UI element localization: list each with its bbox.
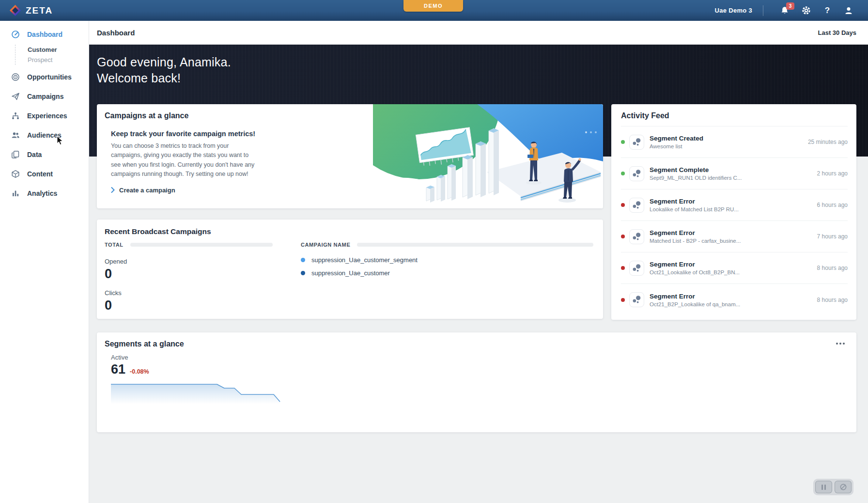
activity-subtitle: Matched List - B2P - carfax_busine...	[650, 238, 741, 244]
date-range-filter[interactable]: Last 30 Days	[818, 29, 857, 36]
recording-controls	[813, 479, 853, 495]
bar-chart-icon	[11, 189, 20, 198]
active-segments-value: 61	[111, 362, 125, 377]
activity-row[interactable]: Segment CompleteSept9_ML_RUN1 OLD identi…	[621, 158, 848, 189]
legend-dot-light-blue	[301, 258, 305, 262]
status-dot-success	[621, 172, 625, 175]
sidebar-item-content[interactable]: Content	[0, 164, 89, 184]
metric-value-clicks: 0	[105, 298, 273, 313]
broadcast-total-column: TOTAL Opened 0 Clicks 0	[105, 242, 273, 313]
sidebar-label: Opportunities	[27, 73, 72, 81]
campaign-name-column-header: CAMPAIGN NAME	[301, 242, 350, 248]
zeta-dashboard-app: ZETA DEMO Uae Demo 3 3 ? Dash	[0, 0, 868, 503]
greeting-line-2: Welcome back!	[97, 70, 231, 86]
gauge-icon	[11, 30, 20, 39]
page-header: Dashboard Last 30 Days	[89, 21, 868, 45]
notifications-bell-icon[interactable]: 3	[779, 5, 790, 16]
account-switcher[interactable]: Uae Demo 3	[715, 7, 752, 14]
activity-title: Segment Error	[650, 229, 741, 236]
people-icon	[11, 131, 20, 140]
total-column-header: TOTAL	[105, 242, 124, 248]
pages-icon	[11, 150, 20, 159]
campaign-name: suppression_Uae_customer	[311, 269, 390, 277]
activity-row[interactable]: Segment ErrorOct21_Lookalike of Oct8_B2P…	[621, 252, 848, 284]
chevron-right-icon	[111, 187, 115, 193]
activity-timestamp: 25 minutes ago	[803, 139, 848, 145]
greeting-text: Good evening, Anamika. Welcome back!	[97, 54, 231, 86]
legend-dot-dark-blue	[301, 271, 305, 275]
campaigns-at-a-glance-card: Campaigns at a glance Keep track your fa…	[97, 104, 603, 208]
greeting-line-1: Good evening, Anamika.	[97, 54, 231, 70]
active-segments-change: -0.08%	[130, 368, 149, 375]
activity-title: Segment Complete	[650, 166, 742, 173]
activity-subtitle: Oct21_B2P_Lookalike of qa_bnam...	[650, 301, 740, 307]
activity-row[interactable]: Segment CreatedAwesome list 25 minutes a…	[621, 126, 848, 158]
status-dot-error	[621, 266, 625, 270]
user-profile-icon[interactable]	[843, 5, 854, 16]
zeta-logo[interactable]: ZETA	[10, 5, 53, 16]
skeleton-bar	[130, 243, 273, 247]
activity-subtitle: Oct21_Lookalike of Oct8_B2P_BN...	[650, 269, 740, 275]
pause-icon	[822, 485, 826, 490]
target-icon	[11, 73, 20, 81]
notification-count-badge: 3	[786, 2, 794, 10]
segment-icon	[629, 166, 644, 181]
metric-label-opened: Opened	[105, 258, 273, 265]
activity-feed-card: Activity Feed Segment CreatedAwesome lis…	[611, 104, 856, 320]
status-dot-success	[621, 140, 625, 144]
segment-icon	[629, 261, 644, 276]
activity-timestamp: 2 hours ago	[812, 170, 848, 177]
segment-icon	[629, 292, 644, 307]
cube-icon	[11, 170, 20, 178]
campaign-legend-item: suppression_Uae_customer_segment	[301, 256, 593, 264]
sidebar-label: Data	[27, 151, 42, 158]
demo-ribbon: DEMO	[403, 0, 463, 12]
top-navigation-bar: ZETA DEMO Uae Demo 3 3 ?	[0, 0, 868, 21]
sidebar-label: Campaigns	[27, 93, 63, 100]
sidebar-item-dashboard[interactable]: Dashboard	[0, 25, 89, 44]
sidebar-subitem-prospect[interactable]: Prospect	[28, 55, 89, 65]
sidebar-subitem-customer[interactable]: Customer	[28, 45, 89, 55]
pause-recording-button[interactable]	[815, 481, 832, 493]
activity-title: Segment Error	[650, 198, 739, 205]
sidebar-item-opportunities[interactable]: Opportunities	[0, 67, 89, 87]
sidebar-item-analytics[interactable]: Analytics	[0, 184, 89, 203]
segments-at-a-glance-card: Segments at a glance Active 61 -0.08%	[97, 332, 856, 432]
metric-value-opened: 0	[105, 267, 273, 282]
status-dot-error	[621, 298, 625, 302]
sidebar-item-data[interactable]: Data	[0, 145, 89, 164]
recent-broadcast-campaigns-card: Recent Broadcast Campaigns TOTAL Opened …	[97, 220, 603, 319]
activity-subtitle: Sept9_ML_RUN1 OLD identifiers C...	[650, 175, 742, 181]
sidebar-label: Experiences	[27, 112, 67, 120]
nav-divider	[763, 5, 763, 16]
campaigns-illustration	[373, 104, 603, 208]
activity-row[interactable]: Segment ErrorLookalike of Matched List B…	[621, 189, 848, 221]
segments-sparkline-chart	[111, 383, 281, 404]
segment-icon	[629, 229, 644, 244]
card-options-ellipsis-icon[interactable]	[835, 340, 846, 347]
stop-recording-button[interactable]	[835, 481, 852, 493]
sidebar-label: Content	[27, 170, 53, 178]
broadcast-columns: TOTAL Opened 0 Clicks 0 CAMPAIGN NAME su…	[105, 242, 593, 313]
segment-icon	[629, 135, 644, 150]
sidebar-navigation: Dashboard Customer Prospect Opportunitie…	[0, 21, 89, 503]
activity-row[interactable]: Segment ErrorOct21_B2P_Lookalike of qa_b…	[621, 284, 848, 315]
circle-slash-icon	[839, 483, 847, 491]
demo-ribbon-label: DEMO	[424, 3, 443, 9]
activity-title: Segment Created	[650, 135, 703, 142]
help-icon[interactable]: ?	[822, 5, 833, 16]
skeleton-bar	[357, 243, 593, 247]
sidebar-item-experiences[interactable]: Experiences	[0, 106, 89, 126]
campaign-name: suppression_Uae_customer_segment	[311, 256, 418, 264]
nav-right-controls: Uae Demo 3 3 ?	[715, 5, 859, 16]
settings-gear-icon[interactable]	[801, 5, 811, 16]
sidebar-item-campaigns[interactable]: Campaigns	[0, 87, 89, 106]
activity-row[interactable]: Segment ErrorMatched List - B2P - carfax…	[621, 221, 848, 252]
activity-feed-title: Activity Feed	[621, 111, 848, 120]
flow-icon	[11, 111, 20, 120]
sidebar-item-audiences[interactable]: Audiences	[0, 126, 89, 145]
metric-label-clicks: Clicks	[105, 289, 273, 297]
activity-title: Segment Error	[650, 293, 740, 300]
activity-timestamp: 8 hours ago	[812, 265, 848, 271]
broadcast-card-title: Recent Broadcast Campaigns	[105, 227, 593, 236]
